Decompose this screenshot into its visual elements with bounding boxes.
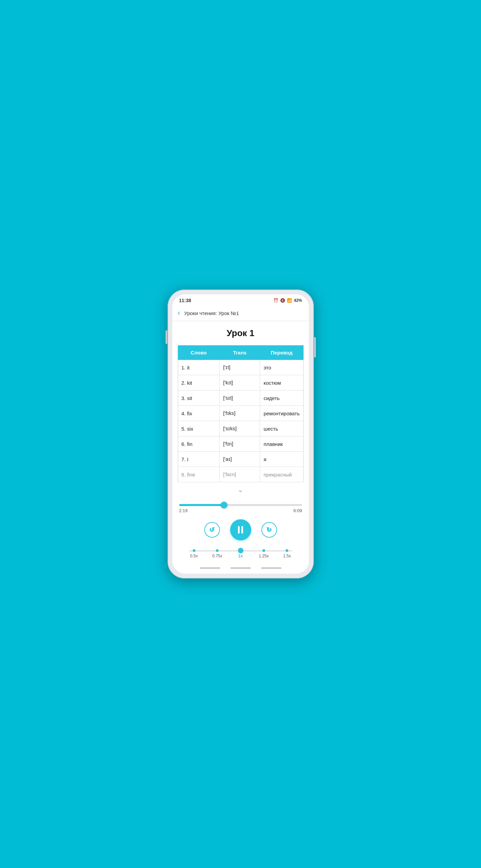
cell-translation: это	[260, 360, 303, 375]
nav-title: Уроки чтения: Урок №1	[184, 310, 239, 316]
cell-word: 2. kit	[178, 375, 220, 390]
cell-word: 1. it	[178, 360, 220, 375]
col-header-translation: Перевод	[260, 346, 303, 360]
nav-bar	[172, 564, 309, 574]
alarm-icon: ⏰	[273, 298, 278, 303]
cell-trans: ['sɪks]	[220, 421, 260, 436]
pause-icon	[238, 526, 243, 534]
top-nav: ‹ Уроки чтения: Урок №1	[172, 305, 309, 321]
cell-word: 4. fix	[178, 406, 220, 421]
nav-pill-1	[200, 567, 220, 569]
speed-dot-1.25x	[262, 549, 265, 552]
speed-0.75x[interactable]: 0.75x	[206, 549, 229, 558]
status-bar: 11:38 ⏰ 🔇 📶 42%	[172, 294, 309, 305]
replay-label: 10	[210, 528, 213, 532]
cell-translation: сидеть	[260, 390, 303, 406]
cell-translation: прекрасный	[260, 467, 303, 482]
speed-label-0.5x: 0.5x	[190, 554, 198, 558]
progress-thumb[interactable]	[221, 502, 227, 508]
progress-fill	[179, 504, 225, 506]
speed-label-1.5x: 1.5x	[283, 554, 291, 558]
speed-label-1.25x: 1.25x	[259, 554, 269, 558]
nav-pill-2	[230, 567, 251, 569]
back-button[interactable]: ‹	[178, 309, 180, 317]
pause-button[interactable]	[230, 519, 251, 540]
audio-player: 2:19 6:09 ↺ 10 ↻ 10	[172, 499, 309, 564]
cell-trans: ['ɪt]	[220, 360, 260, 375]
nav-pill-3	[261, 567, 281, 569]
col-header-word: Слово	[178, 346, 220, 360]
current-time: 2:19	[179, 508, 188, 513]
cell-trans: ['sɪt]	[220, 390, 260, 406]
status-icons: ⏰ 🔇 📶 42%	[273, 298, 302, 303]
speed-dot-0.75x	[216, 549, 219, 552]
cell-word: 6. fin	[178, 436, 220, 452]
speed-label-1x: 1x	[238, 554, 243, 558]
cell-word: 8. fine	[178, 467, 220, 482]
cell-trans: ['fɪks]	[220, 406, 260, 421]
cell-trans: ['kɪt]	[220, 375, 260, 390]
table-header-row: Слово Trans Перевод	[178, 346, 303, 360]
speed-dot-1x	[238, 548, 243, 553]
mute-icon: 🔇	[280, 298, 285, 303]
speed-0.5x[interactable]: 0.5x	[182, 549, 205, 558]
status-time: 11:38	[179, 298, 191, 303]
speed-1x[interactable]: 1x	[229, 548, 252, 558]
speed-selector: 0.5x 0.75x 1x 1.25x 1.5x	[179, 548, 302, 558]
battery-text: 42%	[294, 298, 302, 303]
cell-translation: шесть	[260, 421, 303, 436]
lesson-title: Урок 1	[178, 328, 304, 338]
time-row: 2:19 6:09	[179, 508, 302, 513]
cell-translation: костюм	[260, 375, 303, 390]
total-time: 6:09	[293, 508, 302, 513]
table-row: 8. fine['faɪn]прекрасный	[178, 467, 303, 482]
vocab-table: Слово Trans Перевод 1. it['ɪt]это2. kit[…	[178, 345, 304, 482]
forward-label: 10	[267, 528, 271, 532]
progress-track[interactable]	[179, 504, 302, 506]
speed-dot-1.5x	[286, 549, 288, 552]
table-row: 2. kit['kɪt]костюм	[178, 375, 303, 390]
cell-translation: ремонтировать	[260, 406, 303, 421]
cell-trans: ['aɪ]	[220, 452, 260, 467]
table-row: 5. six['sɪks]шесть	[178, 421, 303, 436]
col-header-trans: Trans	[220, 346, 260, 360]
table-row: 7. I['aɪ]я	[178, 452, 303, 467]
cell-translation: плавник	[260, 436, 303, 452]
speed-1.25x[interactable]: 1.25x	[252, 549, 275, 558]
wifi-icon: 📶	[287, 298, 292, 303]
replay-button[interactable]: ↺ 10	[204, 522, 220, 538]
cell-trans: ['faɪn]	[220, 467, 260, 482]
phone-frame: 11:38 ⏰ 🔇 📶 42% ‹ Уроки чтения: Урок №1 …	[168, 290, 314, 578]
scroll-down-indicator: ⌄	[178, 482, 304, 496]
table-row: 6. fin['fɪn]плавник	[178, 436, 303, 452]
cell-word: 3. sit	[178, 390, 220, 406]
forward-button[interactable]: ↻ 10	[261, 522, 277, 538]
table-row: 3. sit['sɪt]сидеть	[178, 390, 303, 406]
cell-word: 7. I	[178, 452, 220, 467]
table-row: 1. it['ɪt]это	[178, 360, 303, 375]
cell-translation: я	[260, 452, 303, 467]
main-content: Урок 1 Слово Trans Перевод 1. it['ɪt]это…	[172, 321, 309, 499]
table-row: 4. fix['fɪks]ремонтировать	[178, 406, 303, 421]
phone-screen: 11:38 ⏰ 🔇 📶 42% ‹ Уроки чтения: Урок №1 …	[172, 294, 309, 574]
cell-word: 5. six	[178, 421, 220, 436]
speed-dot-0.5x	[193, 549, 195, 552]
speed-label-0.75x: 0.75x	[212, 554, 222, 558]
cell-trans: ['fɪn]	[220, 436, 260, 452]
speed-1.5x[interactable]: 1.5x	[275, 549, 298, 558]
controls-row: ↺ 10 ↻ 10	[179, 519, 302, 540]
